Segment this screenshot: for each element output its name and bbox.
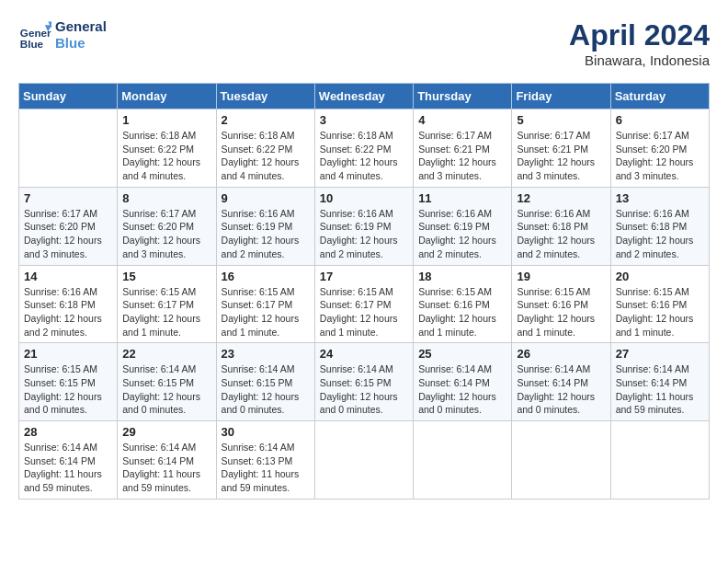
calendar-cell: 9Sunrise: 6:16 AMSunset: 6:19 PMDaylight…	[216, 187, 314, 265]
day-info: Sunrise: 6:14 AMSunset: 6:14 PMDaylight:…	[122, 441, 210, 495]
day-info: Sunrise: 6:16 AMSunset: 6:18 PMDaylight:…	[616, 207, 704, 261]
column-header-saturday: Saturday	[610, 84, 709, 109]
day-info: Sunrise: 6:17 AMSunset: 6:20 PMDaylight:…	[616, 129, 704, 183]
day-info: Sunrise: 6:15 AMSunset: 6:16 PMDaylight:…	[616, 285, 704, 339]
day-number: 22	[122, 347, 210, 361]
column-header-monday: Monday	[118, 84, 216, 109]
day-info: Sunrise: 6:17 AMSunset: 6:21 PMDaylight:…	[517, 129, 605, 183]
day-number: 11	[418, 191, 506, 205]
calendar-cell: 20Sunrise: 6:15 AMSunset: 6:16 PMDayligh…	[610, 265, 709, 343]
calendar-cell: 14Sunrise: 6:16 AMSunset: 6:18 PMDayligh…	[19, 265, 118, 343]
day-info: Sunrise: 6:14 AMSunset: 6:15 PMDaylight:…	[122, 362, 210, 417]
calendar-cell: 4Sunrise: 6:17 AMSunset: 6:21 PMDaylight…	[414, 109, 512, 188]
calendar-cell: 25Sunrise: 6:14 AMSunset: 6:14 PMDayligh…	[414, 343, 512, 421]
day-number: 27	[616, 347, 704, 361]
day-number: 12	[517, 191, 605, 205]
day-number: 21	[24, 347, 112, 361]
calendar-cell: 30Sunrise: 6:14 AMSunset: 6:13 PMDayligh…	[216, 421, 314, 500]
calendar-cell: 1Sunrise: 6:18 AMSunset: 6:22 PMDaylight…	[118, 109, 216, 188]
calendar-cell: 21Sunrise: 6:15 AMSunset: 6:15 PMDayligh…	[19, 343, 118, 421]
calendar-cell: 2Sunrise: 6:18 AMSunset: 6:22 PMDaylight…	[216, 109, 314, 188]
title-block: April 2024 Binawara, Indonesia	[569, 18, 710, 68]
day-info: Sunrise: 6:17 AMSunset: 6:20 PMDaylight:…	[122, 207, 210, 261]
column-header-friday: Friday	[512, 84, 610, 109]
calendar-cell: 16Sunrise: 6:15 AMSunset: 6:17 PMDayligh…	[216, 265, 314, 343]
calendar-cell: 22Sunrise: 6:14 AMSunset: 6:15 PMDayligh…	[118, 343, 216, 421]
day-number: 17	[320, 270, 408, 283]
day-number: 4	[418, 113, 506, 127]
calendar-cell: 10Sunrise: 6:16 AMSunset: 6:19 PMDayligh…	[314, 187, 413, 265]
calendar-cell: 18Sunrise: 6:15 AMSunset: 6:16 PMDayligh…	[414, 265, 512, 343]
day-number: 20	[616, 270, 704, 283]
calendar-week-1: 1Sunrise: 6:18 AMSunset: 6:22 PMDaylight…	[19, 109, 710, 188]
day-number: 15	[122, 270, 210, 283]
day-info: Sunrise: 6:16 AMSunset: 6:18 PMDaylight:…	[517, 207, 605, 261]
location: Binawara, Indonesia	[569, 52, 710, 68]
day-info: Sunrise: 6:14 AMSunset: 6:14 PMDaylight:…	[418, 362, 506, 417]
calendar-cell: 12Sunrise: 6:16 AMSunset: 6:18 PMDayligh…	[512, 187, 610, 265]
calendar-cell: 23Sunrise: 6:14 AMSunset: 6:15 PMDayligh…	[216, 343, 314, 421]
calendar-cell: 28Sunrise: 6:14 AMSunset: 6:14 PMDayligh…	[19, 421, 118, 500]
logo-icon: General Blue	[18, 18, 51, 52]
day-info: Sunrise: 6:14 AMSunset: 6:13 PMDaylight:…	[222, 441, 310, 495]
day-info: Sunrise: 6:15 AMSunset: 6:16 PMDaylight:…	[517, 285, 605, 339]
calendar-cell	[414, 421, 512, 500]
day-info: Sunrise: 6:16 AMSunset: 6:19 PMDaylight:…	[320, 207, 408, 261]
calendar-cell	[19, 109, 118, 188]
calendar-cell: 11Sunrise: 6:16 AMSunset: 6:19 PMDayligh…	[414, 187, 512, 265]
calendar-cell: 17Sunrise: 6:15 AMSunset: 6:17 PMDayligh…	[314, 265, 413, 343]
day-number: 28	[24, 425, 112, 439]
calendar-cell	[512, 421, 610, 500]
calendar-cell	[610, 421, 709, 500]
day-info: Sunrise: 6:16 AMSunset: 6:19 PMDaylight:…	[222, 207, 310, 261]
day-info: Sunrise: 6:18 AMSunset: 6:22 PMDaylight:…	[222, 129, 310, 183]
svg-text:Blue: Blue	[20, 38, 44, 50]
day-number: 19	[517, 270, 605, 283]
logo-text: General Blue	[55, 18, 107, 52]
calendar-cell: 8Sunrise: 6:17 AMSunset: 6:20 PMDaylight…	[118, 187, 216, 265]
day-info: Sunrise: 6:17 AMSunset: 6:20 PMDaylight:…	[24, 207, 112, 261]
calendar-cell: 13Sunrise: 6:16 AMSunset: 6:18 PMDayligh…	[610, 187, 709, 265]
day-info: Sunrise: 6:16 AMSunset: 6:18 PMDaylight:…	[24, 285, 112, 339]
calendar-week-2: 7Sunrise: 6:17 AMSunset: 6:20 PMDaylight…	[19, 187, 710, 265]
day-info: Sunrise: 6:18 AMSunset: 6:22 PMDaylight:…	[122, 129, 210, 183]
column-header-thursday: Thursday	[414, 84, 512, 109]
column-header-tuesday: Tuesday	[216, 84, 314, 109]
day-info: Sunrise: 6:14 AMSunset: 6:14 PMDaylight:…	[24, 441, 112, 495]
calendar-cell: 26Sunrise: 6:14 AMSunset: 6:14 PMDayligh…	[512, 343, 610, 421]
day-info: Sunrise: 6:14 AMSunset: 6:15 PMDaylight:…	[222, 362, 310, 417]
day-number: 7	[24, 191, 112, 205]
day-info: Sunrise: 6:15 AMSunset: 6:15 PMDaylight:…	[24, 362, 112, 417]
calendar-cell: 3Sunrise: 6:18 AMSunset: 6:22 PMDaylight…	[314, 109, 413, 188]
day-info: Sunrise: 6:15 AMSunset: 6:16 PMDaylight:…	[418, 285, 506, 339]
day-number: 13	[616, 191, 704, 205]
day-number: 9	[222, 191, 310, 205]
calendar-week-4: 21Sunrise: 6:15 AMSunset: 6:15 PMDayligh…	[19, 343, 710, 421]
calendar-cell: 6Sunrise: 6:17 AMSunset: 6:20 PMDaylight…	[610, 109, 709, 188]
calendar-week-3: 14Sunrise: 6:16 AMSunset: 6:18 PMDayligh…	[19, 265, 710, 343]
calendar-cell: 29Sunrise: 6:14 AMSunset: 6:14 PMDayligh…	[118, 421, 216, 500]
day-number: 26	[517, 347, 605, 361]
day-number: 30	[222, 425, 310, 439]
day-info: Sunrise: 6:17 AMSunset: 6:21 PMDaylight:…	[418, 129, 506, 183]
day-info: Sunrise: 6:15 AMSunset: 6:17 PMDaylight:…	[222, 285, 310, 339]
day-number: 29	[122, 425, 210, 439]
page-header: General Blue General Blue April 2024 Bin…	[18, 18, 710, 68]
calendar-table: SundayMondayTuesdayWednesdayThursdayFrid…	[18, 83, 710, 500]
calendar-cell: 19Sunrise: 6:15 AMSunset: 6:16 PMDayligh…	[512, 265, 610, 343]
day-number: 3	[320, 113, 408, 127]
calendar-cell: 27Sunrise: 6:14 AMSunset: 6:14 PMDayligh…	[610, 343, 709, 421]
calendar-week-5: 28Sunrise: 6:14 AMSunset: 6:14 PMDayligh…	[19, 421, 710, 500]
day-info: Sunrise: 6:15 AMSunset: 6:17 PMDaylight:…	[320, 285, 408, 339]
day-info: Sunrise: 6:14 AMSunset: 6:14 PMDaylight:…	[517, 362, 605, 417]
day-info: Sunrise: 6:18 AMSunset: 6:22 PMDaylight:…	[320, 129, 408, 183]
calendar-cell: 7Sunrise: 6:17 AMSunset: 6:20 PMDaylight…	[19, 187, 118, 265]
day-number: 14	[24, 270, 112, 283]
day-info: Sunrise: 6:16 AMSunset: 6:19 PMDaylight:…	[418, 207, 506, 261]
day-number: 1	[122, 113, 210, 127]
column-header-wednesday: Wednesday	[314, 84, 413, 109]
day-info: Sunrise: 6:14 AMSunset: 6:14 PMDaylight:…	[616, 362, 704, 417]
calendar-cell	[314, 421, 413, 500]
day-number: 10	[320, 191, 408, 205]
day-info: Sunrise: 6:14 AMSunset: 6:15 PMDaylight:…	[320, 362, 408, 417]
